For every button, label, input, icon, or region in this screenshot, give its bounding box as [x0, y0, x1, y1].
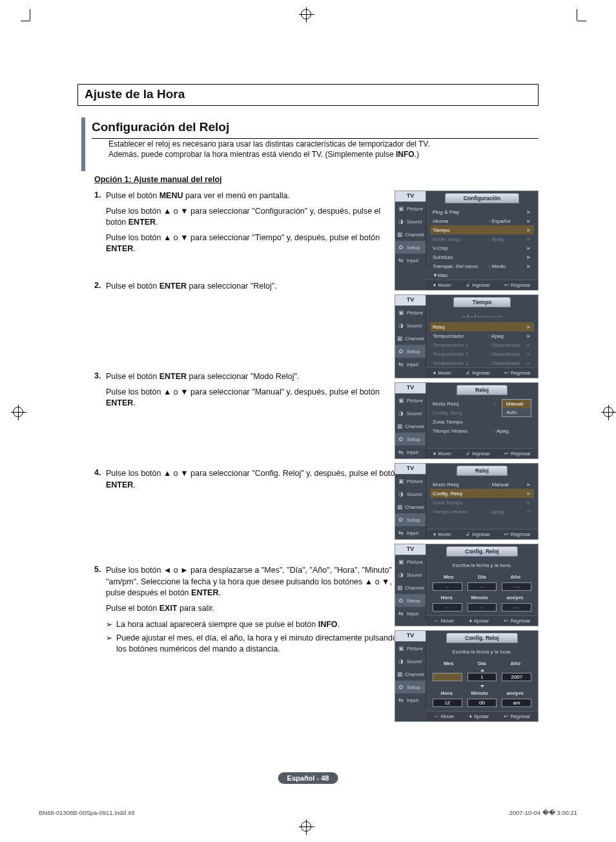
date-cell[interactable]: am [502, 699, 531, 707]
leftright-icon: ↔ [434, 714, 439, 719]
sidebar-item-channel[interactable]: ▦ Channel [395, 420, 426, 433]
sidebar-item-input[interactable]: ⇆ Input [395, 446, 426, 458]
sidebar-item-input[interactable]: ⇆ Input [395, 526, 426, 539]
sidebar-item-setup[interactable]: ✿ Setup [395, 681, 426, 693]
option-heading: Opción 1: Ajuste manual del reloj [94, 175, 539, 184]
menu-row[interactable]: ▼Más [430, 271, 534, 280]
sidebar-item-input[interactable]: ⇆ Input [395, 693, 426, 706]
date-cell[interactable]: 2007 [502, 673, 531, 681]
grid-header: Hora [440, 595, 452, 601]
menu-row[interactable]: Temporizador : Apag. ► [430, 331, 534, 340]
back-icon: ↩ [504, 714, 508, 719]
grid-header: Minuto [471, 690, 488, 696]
menu-row[interactable]: Tiempo ► [430, 225, 534, 234]
sidebar-item-channel[interactable]: ▦ Channel [395, 332, 426, 345]
sound-icon: ◑ [397, 571, 405, 579]
menu-row-value: : Apag. [494, 428, 531, 434]
sidebar-item-label: Picture [407, 559, 423, 565]
picture-icon: ▣ [397, 205, 405, 212]
sidebar-item-sound[interactable]: ◑ Sound [395, 319, 426, 332]
date-cell[interactable]: ---- [502, 582, 531, 591]
grid-header: Hora [440, 690, 452, 696]
sidebar-item-picture[interactable]: ▣ Picture [395, 306, 426, 319]
mode-dropdown[interactable]: ManualAuto [502, 399, 531, 417]
sidebar-item-picture[interactable]: ▣ Picture [395, 394, 426, 407]
date-cell[interactable]: -- [433, 582, 462, 591]
sidebar-item-label: Input [407, 258, 418, 263]
menu-row[interactable]: Zona Tiempo ► [430, 498, 534, 507]
osd-config-reloj-empty: TV ▣ Picture ◑ Sound ▦ Channel ✿ Setup ⇆… [395, 544, 539, 626]
sidebar-item-setup[interactable]: ✿ Setup [395, 345, 426, 358]
menu-row[interactable]: Modo Juego : Apag. ► [430, 234, 534, 243]
dropdown-option[interactable]: Manual [502, 400, 531, 408]
osd-sidebar: TV ▣ Picture ◑ Sound ▦ Channel ✿ Setup ⇆… [395, 631, 426, 721]
chevron-right-icon: ► [526, 218, 531, 224]
date-cell[interactable]: 1 [467, 673, 497, 681]
sidebar-item-sound[interactable]: ◑ Sound [395, 215, 426, 228]
chevron-right-icon: ► [526, 509, 531, 515]
sidebar-item-setup[interactable]: ✿ Setup [395, 513, 426, 526]
menu-row[interactable]: Idioma : Español ► [430, 216, 534, 225]
sidebar-item-label: Input [407, 697, 418, 703]
menu-row[interactable]: Temporizador 1 : Desactivado ► [430, 340, 534, 349]
page-number-pill: Español - 48 [278, 772, 338, 784]
date-cell[interactable]: -- [467, 582, 497, 591]
sidebar-item-input[interactable]: ⇆ Input [395, 358, 426, 371]
sidebar-item-label: Channel [405, 672, 424, 677]
menu-row[interactable]: Config. Reloj ► [430, 489, 534, 498]
sidebar-item-setup[interactable]: ✿ Setup [395, 241, 426, 254]
sidebar-item-input[interactable]: ⇆ Input [395, 607, 426, 620]
menu-row[interactable]: Transpar. Del menú : Medio ► [430, 262, 534, 271]
sidebar-item-picture[interactable]: ▣ Picture [395, 642, 426, 655]
osd-title: Tiempo [453, 297, 510, 307]
menu-row[interactable]: Subtítulo ► [430, 252, 534, 262]
osd-sidebar: TV ▣ Picture ◑ Sound ▦ Channel ✿ Setup ⇆… [395, 464, 426, 539]
sidebar-item-sound[interactable]: ◑ Sound [395, 488, 426, 500]
sidebar-item-sound[interactable]: ◑ Sound [395, 568, 426, 581]
menu-row[interactable]: Tiempo Verano : Apag. [430, 426, 534, 435]
chevron-right-icon: ► [526, 254, 531, 260]
dropdown-option[interactable]: Auto [502, 408, 531, 416]
sidebar-item-sound[interactable]: ◑ Sound [395, 407, 426, 420]
date-cell[interactable]: -- [467, 603, 497, 611]
sidebar-item-input[interactable]: ⇆ Input [395, 254, 426, 267]
osd-footer: ♦Mover ↲Ingresar ↩Regresar [426, 529, 538, 539]
menu-row-label: Zona Tiempo [433, 500, 489, 506]
menu-row[interactable]: Modo Reloj : Manual ► [430, 480, 534, 489]
sidebar-item-setup[interactable]: ✿ Setup [395, 433, 426, 446]
sidebar-item-label: Setup [407, 517, 420, 523]
menu-row[interactable]: Reloj ► [430, 322, 534, 331]
date-cell[interactable]: -- [433, 603, 462, 611]
menu-row[interactable]: Tiempo Verano : Apag. ► [430, 507, 534, 516]
sidebar-item-channel[interactable]: ▦ Channel [395, 500, 426, 513]
menu-row[interactable]: Temporizador 3 : Desactivado ► [430, 358, 534, 367]
date-cell[interactable]: 00 [467, 699, 497, 707]
menu-row-label: Reloj [433, 324, 489, 330]
sidebar-item-picture[interactable]: ▣ Picture [395, 202, 426, 215]
chevron-right-icon: ► [526, 351, 531, 357]
sidebar-item-channel[interactable]: ▦ Channel [395, 228, 426, 241]
menu-row[interactable]: Zona Tiempo [430, 417, 534, 426]
leftright-icon: ↔ [434, 618, 439, 624]
grid-header: Mes [444, 661, 454, 666]
enter-icon: ↲ [466, 370, 470, 376]
sidebar-item-picture[interactable]: ▣ Picture [395, 475, 426, 488]
sidebar-item-setup[interactable]: ✿ Setup [395, 594, 426, 607]
intro-text: Establecer el reloj es necesario para us… [108, 139, 539, 159]
grid-header: am/pm [507, 690, 524, 696]
sidebar-item-sound[interactable]: ◑ Sound [395, 655, 426, 668]
menu-row-label: Tiempo Verano [433, 428, 494, 434]
date-cell[interactable]: 12 [433, 699, 462, 707]
menu-row[interactable]: Plug & Play ► [430, 207, 534, 216]
date-cell[interactable] [433, 673, 462, 681]
sidebar-item-picture[interactable]: ▣ Picture [395, 555, 426, 568]
sidebar-item-channel[interactable]: ▦ Channel [395, 668, 426, 681]
menu-row[interactable]: Temporizador 2 : Desactivado ► [430, 349, 534, 358]
updown-icon: ♦ [433, 451, 436, 457]
date-cell[interactable]: ---- [502, 603, 531, 611]
sidebar-item-label: Picture [407, 646, 423, 652]
menu-row[interactable]: V-Chip ► [430, 243, 534, 252]
sidebar-item-label: Channel [405, 424, 424, 429]
sidebar-item-channel[interactable]: ▦ Channel [395, 581, 426, 594]
input-icon: ⇆ [397, 610, 405, 617]
